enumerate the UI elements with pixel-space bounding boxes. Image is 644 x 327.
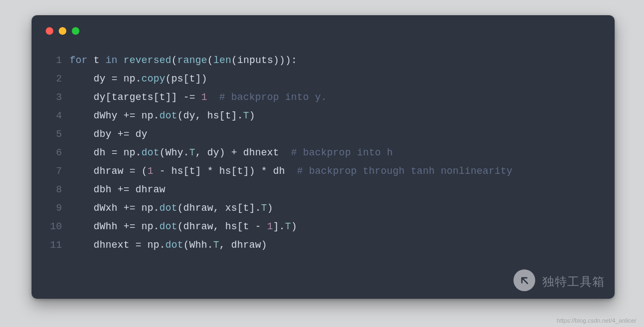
token: ]. [273, 221, 285, 232]
token: (Why. [159, 147, 189, 158]
code-line: 6 dh = np.dot(Why.T, dy) + dhnext # back… [45, 143, 602, 162]
code-source: dWhy += np.dot(dy, hs[t].T) [70, 106, 602, 125]
code-source: for t in reversed(range(len(inputs))): [70, 51, 602, 70]
token-cm: # backprop into h [291, 147, 393, 158]
code-line: 1for t in reversed(range(len(inputs))): [45, 51, 602, 70]
token: dWhh += np. [70, 221, 159, 232]
token: (dhraw, hs[t - [177, 221, 267, 232]
token-num: 1 [147, 166, 153, 177]
token-mem: T [189, 147, 195, 158]
token: dh = np. [70, 147, 141, 158]
token: ( [171, 55, 177, 66]
code-source: dby += dy [70, 125, 602, 143]
token-fn: range [177, 55, 207, 66]
token: ) [291, 221, 297, 232]
line-number: 8 [45, 180, 70, 199]
token: dbh += dhraw [70, 184, 165, 195]
token: dWxh += np. [70, 203, 159, 213]
code-line: 2 dy = np.copy(ps[t]) [45, 70, 602, 88]
token-cm: # backprop into y. [219, 92, 327, 103]
token: (Whh. [183, 240, 213, 250]
line-number: 10 [45, 217, 70, 236]
line-number: 1 [45, 51, 70, 70]
token: dWhy += np. [70, 110, 159, 121]
code-source: dhnext = np.dot(Whh.T, dhraw) [70, 236, 602, 254]
code-line: 9 dWxh += np.dot(dhraw, xs[t].T) [45, 199, 602, 217]
zoom-icon[interactable] [72, 27, 79, 35]
token-fn: dot [141, 147, 159, 158]
line-number: 6 [45, 143, 70, 162]
token-mem: T [261, 203, 267, 213]
token-kw: in [106, 55, 117, 66]
code-line: 8 dbh += dhraw [45, 180, 602, 199]
token: (inputs))): [231, 55, 297, 66]
token: (dhraw, xs[t]. [177, 203, 261, 213]
code-source: dy[targets[t]] -= 1 # backprop into y. [70, 88, 602, 106]
token: dy = np. [70, 73, 141, 84]
token-num: 1 [267, 221, 273, 232]
close-icon[interactable] [46, 27, 53, 35]
token-cm: # backprop through tanh nonlinearity [297, 166, 512, 177]
window-traffic-lights [32, 15, 615, 35]
code-line: 5 dby += dy [45, 125, 602, 143]
token: , dhraw) [219, 240, 267, 250]
code-source: dbh += dhraw [70, 180, 602, 199]
token: ) [249, 110, 255, 121]
token: dby += dy [70, 129, 147, 140]
watermark-badge-icon [513, 269, 535, 291]
token: t [88, 55, 106, 66]
token-fn: dot [159, 221, 177, 232]
line-number: 9 [45, 199, 70, 217]
code-line: 4 dWhy += np.dot(dy, hs[t].T) [45, 106, 602, 125]
token-fn: dot [159, 203, 177, 213]
line-number: 5 [45, 125, 70, 143]
footer-watermark: https://blog.csdn.net/4_anlicer [557, 317, 636, 324]
token: , dy) + dhnext [195, 147, 291, 158]
token-mem: T [213, 240, 219, 250]
code-source: dh = np.dot(Why.T, dy) + dhnext # backpr… [70, 143, 602, 162]
token-kw: for [70, 55, 88, 66]
code-line: 7 dhraw = (1 - hs[t] * hs[t]) * dh # bac… [45, 162, 602, 180]
token-fn: dot [159, 110, 177, 121]
code-source: dy = np.copy(ps[t]) [70, 70, 602, 88]
token [117, 55, 123, 66]
line-number: 2 [45, 70, 70, 88]
token-mem: T [243, 110, 249, 121]
minimize-icon[interactable] [59, 27, 66, 35]
token: ) [267, 203, 273, 213]
token-mem: T [285, 221, 291, 232]
token: dy[targets[t]] -= [70, 92, 201, 103]
code-line: 3 dy[targets[t]] -= 1 # backprop into y. [45, 88, 602, 106]
line-number: 7 [45, 162, 70, 180]
code-window: 1for t in reversed(range(len(inputs))):2… [32, 15, 615, 299]
code-source: dWhh += np.dot(dhraw, hs[t - 1].T) [70, 217, 602, 236]
token: dhraw = ( [70, 166, 147, 177]
line-number: 4 [45, 106, 70, 125]
token-fn: copy [141, 73, 165, 84]
code-source: dWxh += np.dot(dhraw, xs[t].T) [70, 199, 602, 217]
line-number: 11 [45, 236, 70, 254]
token-fn: dot [165, 240, 183, 250]
line-number: 3 [45, 88, 70, 106]
token-num: 1 [201, 92, 207, 103]
token-fn: len [213, 55, 231, 66]
token: ( [207, 55, 213, 66]
token: - hs[t] * hs[t]) * dh [153, 166, 297, 177]
token [207, 92, 219, 103]
code-block: 1for t in reversed(range(len(inputs))):2… [32, 35, 615, 254]
token: dhnext = np. [70, 240, 165, 250]
code-source: dhraw = (1 - hs[t] * hs[t]) * dh # backp… [70, 162, 602, 180]
token: (dy, hs[t]. [177, 110, 243, 121]
code-line: 10 dWhh += np.dot(dhraw, hs[t - 1].T) [45, 217, 602, 236]
token-fn: reversed [123, 55, 171, 66]
token: (ps[t]) [165, 73, 207, 84]
code-line: 11 dhnext = np.dot(Whh.T, dhraw) [45, 236, 602, 254]
watermark-text: 独特工具箱 [542, 274, 605, 290]
